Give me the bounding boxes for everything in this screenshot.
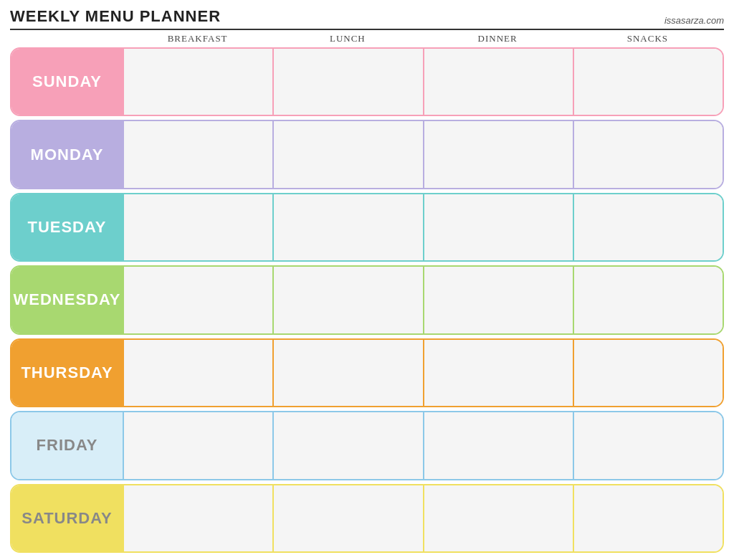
cell-thursday-lunch[interactable] — [272, 340, 422, 406]
day-row-monday: Monday — [10, 120, 724, 189]
cell-friday-dinner[interactable] — [423, 412, 573, 478]
page-title: Weekly Menu Planner — [10, 7, 221, 26]
col-snacks: Snacks — [573, 33, 723, 44]
header: Weekly Menu Planner issasarza.com — [10, 7, 724, 30]
cell-wednesday-dinner[interactable] — [423, 267, 573, 333]
cell-tuesday-dinner[interactable] — [423, 194, 573, 260]
day-row-wednesday: Wednesday — [10, 265, 724, 334]
day-label-friday: Friday — [11, 412, 123, 478]
cell-thursday-dinner[interactable] — [423, 340, 573, 406]
day-row-friday: Friday — [10, 411, 724, 480]
day-row-sunday: Sunday — [10, 47, 724, 116]
days-container: SundayMondayTuesdayWednesdayThursdayFrid… — [10, 47, 724, 553]
cell-sunday-breakfast[interactable] — [123, 49, 272, 115]
cell-saturday-snacks[interactable] — [573, 485, 723, 551]
cell-friday-breakfast[interactable] — [123, 412, 272, 478]
day-label-sunday: Sunday — [11, 49, 123, 115]
day-row-tuesday: Tuesday — [10, 193, 724, 262]
cell-tuesday-breakfast[interactable] — [123, 194, 272, 260]
cell-monday-lunch[interactable] — [272, 121, 422, 187]
col-dinner: Dinner — [423, 33, 573, 44]
cell-tuesday-snacks[interactable] — [573, 194, 723, 260]
cell-wednesday-snacks[interactable] — [573, 267, 723, 333]
col-empty — [11, 33, 123, 44]
cell-thursday-snacks[interactable] — [573, 340, 723, 406]
website-label: issasarza.com — [664, 15, 724, 26]
col-breakfast: Breakfast — [123, 33, 272, 44]
cell-saturday-dinner[interactable] — [423, 485, 573, 551]
cell-saturday-breakfast[interactable] — [123, 485, 272, 551]
cell-monday-breakfast[interactable] — [123, 121, 272, 187]
day-row-thursday: Thursday — [10, 338, 724, 407]
cell-wednesday-breakfast[interactable] — [123, 267, 272, 333]
page: Weekly Menu Planner issasarza.com Breakf… — [0, 0, 734, 560]
cell-sunday-snacks[interactable] — [573, 49, 723, 115]
day-label-saturday: Saturday — [11, 485, 123, 551]
cell-monday-dinner[interactable] — [423, 121, 573, 187]
cell-monday-snacks[interactable] — [573, 121, 723, 187]
cell-saturday-lunch[interactable] — [272, 485, 422, 551]
cell-sunday-lunch[interactable] — [272, 49, 422, 115]
cell-wednesday-lunch[interactable] — [272, 267, 422, 333]
column-headers: Breakfast Lunch Dinner Snacks — [10, 33, 724, 44]
cell-tuesday-lunch[interactable] — [272, 194, 422, 260]
day-row-saturday: Saturday — [10, 484, 724, 553]
day-label-monday: Monday — [11, 121, 123, 187]
day-label-wednesday: Wednesday — [11, 267, 123, 333]
cell-friday-lunch[interactable] — [272, 412, 422, 478]
day-label-thursday: Thursday — [11, 340, 123, 406]
day-label-tuesday: Tuesday — [11, 194, 123, 260]
cell-friday-snacks[interactable] — [573, 412, 723, 478]
col-lunch: Lunch — [272, 33, 422, 44]
cell-sunday-dinner[interactable] — [423, 49, 573, 115]
cell-thursday-breakfast[interactable] — [123, 340, 272, 406]
